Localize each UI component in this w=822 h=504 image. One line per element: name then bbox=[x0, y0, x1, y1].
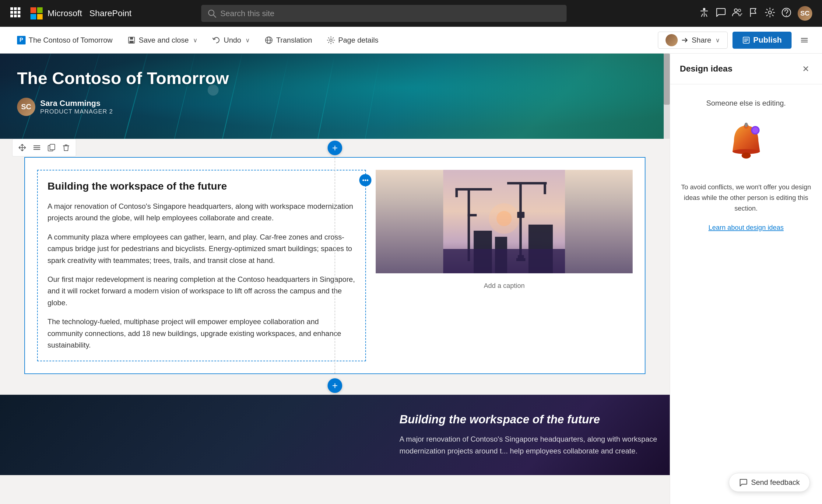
undo-chevron[interactable]: ∨ bbox=[246, 36, 250, 44]
svg-line-34 bbox=[305, 54, 335, 139]
send-feedback-button[interactable]: Send feedback bbox=[729, 473, 810, 492]
svg-point-66 bbox=[752, 127, 758, 133]
page-scroll-wrapper[interactable]: The Contoso of Tomorrow SC Sara Cummings… bbox=[0, 54, 670, 504]
dark-heading: Building the workspace of the future bbox=[399, 413, 658, 426]
svg-rect-7 bbox=[14, 15, 17, 17]
undo-button[interactable]: Undo ∨ bbox=[205, 27, 257, 54]
learn-about-design-ideas-link[interactable]: Learn about design ideas bbox=[709, 224, 784, 231]
help-icon[interactable] bbox=[781, 7, 792, 20]
collapse-button[interactable] bbox=[796, 32, 812, 48]
undo-label: Undo bbox=[224, 36, 241, 44]
svg-point-13 bbox=[738, 9, 741, 12]
page-details-label: Page details bbox=[338, 36, 378, 44]
page-title-item[interactable]: P The Contoso of Tomorrow bbox=[10, 27, 120, 54]
hero-author: SC Sara Cummings Product Manager 2 bbox=[17, 98, 653, 116]
share-label: Share bbox=[692, 36, 711, 44]
svg-rect-47 bbox=[455, 188, 458, 197]
svg-point-11 bbox=[703, 8, 705, 10]
translation-button[interactable]: Translation bbox=[257, 27, 319, 54]
svg-rect-3 bbox=[10, 11, 13, 14]
add-section-bottom: + bbox=[0, 377, 670, 395]
svg-rect-4 bbox=[14, 11, 17, 14]
hero-lines-svg bbox=[0, 54, 670, 139]
hero-author-name: Sara Cummings bbox=[40, 99, 113, 108]
svg-point-14 bbox=[768, 11, 772, 14]
add-section-circle-bottom[interactable]: + bbox=[328, 378, 342, 393]
design-ideas-panel: Design ideas ✕ Someone else is editing. bbox=[670, 54, 822, 504]
hero-background-lines bbox=[0, 54, 670, 139]
hero-author-info: Sara Cummings Product Manager 2 bbox=[40, 99, 113, 115]
publish-button[interactable]: Publish bbox=[733, 32, 792, 49]
svg-rect-2 bbox=[18, 7, 20, 10]
people-icon[interactable] bbox=[732, 7, 742, 20]
settings-icon[interactable] bbox=[765, 7, 775, 20]
content-section-container: ••• Building the workspace of the future… bbox=[12, 157, 658, 374]
svg-point-44 bbox=[496, 211, 512, 226]
delete-section-button[interactable] bbox=[60, 141, 72, 154]
microsoft-logo[interactable]: Microsoft SharePoint bbox=[30, 7, 131, 19]
site-name: SharePoint bbox=[89, 9, 132, 18]
app-name: Microsoft bbox=[47, 9, 82, 18]
svg-rect-52 bbox=[544, 182, 546, 194]
svg-point-16 bbox=[786, 15, 787, 16]
hero-avatar: SC bbox=[17, 98, 35, 116]
svg-point-12 bbox=[734, 9, 737, 12]
feedback-icon[interactable] bbox=[716, 7, 726, 20]
move-section-button[interactable] bbox=[16, 141, 28, 154]
design-panel-close-button[interactable]: ✕ bbox=[799, 62, 812, 75]
two-column-section: ••• Building the workspace of the future… bbox=[24, 157, 646, 374]
article-image[interactable] bbox=[376, 170, 633, 273]
svg-line-31 bbox=[158, 54, 198, 139]
svg-rect-51 bbox=[507, 182, 547, 184]
content-para-1: A major renovation of Contoso's Singapor… bbox=[47, 200, 356, 224]
page-details-button[interactable]: Page details bbox=[319, 27, 386, 54]
svg-line-10 bbox=[214, 15, 216, 17]
search-box[interactable] bbox=[201, 5, 566, 22]
share-button[interactable]: Share ∨ bbox=[658, 32, 728, 49]
save-close-chevron[interactable]: ∨ bbox=[193, 36, 197, 44]
editing-notice: Someone else is editing. bbox=[706, 99, 786, 107]
content-para-2: A community plaza where employees can ga… bbox=[47, 231, 356, 266]
design-panel-title: Design ideas bbox=[680, 64, 733, 74]
svg-rect-41 bbox=[50, 144, 55, 150]
text-column[interactable]: ••• Building the workspace of the future… bbox=[37, 170, 366, 361]
svg-line-28 bbox=[0, 54, 61, 139]
send-feedback-label: Send feedback bbox=[751, 478, 800, 487]
save-close-button[interactable]: Save and close ∨ bbox=[120, 27, 205, 54]
svg-point-64 bbox=[742, 152, 751, 158]
notification-icon-container bbox=[725, 120, 768, 169]
svg-rect-8 bbox=[18, 15, 20, 17]
add-section-circle-top[interactable]: + bbox=[328, 141, 342, 155]
share-arrow-icon bbox=[681, 36, 689, 44]
dark-section: Building the workspace of the future A m… bbox=[0, 395, 670, 475]
accessibility-icon[interactable] bbox=[699, 7, 709, 20]
svg-rect-46 bbox=[455, 188, 492, 190]
svg-rect-6 bbox=[10, 15, 13, 17]
svg-point-23 bbox=[330, 39, 332, 41]
bell-icon bbox=[725, 120, 768, 168]
svg-rect-62 bbox=[745, 123, 748, 127]
hero-scrollbar-thumb bbox=[664, 54, 670, 105]
feedback-bubble-icon bbox=[739, 478, 747, 487]
svg-line-30 bbox=[106, 54, 152, 139]
page-content: The Contoso of Tomorrow SC Sara Cummings… bbox=[0, 54, 670, 504]
svg-rect-1 bbox=[14, 7, 17, 10]
undo-icon bbox=[212, 36, 221, 44]
search-input[interactable] bbox=[220, 9, 560, 18]
hero-scrollbar[interactable] bbox=[664, 54, 670, 139]
page-icon: P bbox=[17, 36, 26, 44]
svg-rect-49 bbox=[468, 214, 477, 216]
section-settings-button[interactable] bbox=[31, 141, 43, 154]
user-avatar[interactable]: SC bbox=[798, 6, 812, 21]
waffle-icon[interactable] bbox=[10, 7, 21, 20]
content-heading: Building the workspace of the future bbox=[47, 180, 356, 192]
edit-handle[interactable]: ••• bbox=[359, 174, 371, 186]
svg-rect-0 bbox=[10, 7, 13, 10]
publish-icon bbox=[742, 36, 750, 44]
svg-line-35 bbox=[353, 54, 381, 139]
image-caption[interactable]: Add a caption bbox=[376, 278, 633, 294]
copy-section-button[interactable] bbox=[45, 141, 57, 154]
flag-icon[interactable] bbox=[748, 7, 759, 20]
share-chevron[interactable]: ∨ bbox=[716, 36, 720, 44]
dark-section-inner: Building the workspace of the future A m… bbox=[12, 413, 658, 457]
